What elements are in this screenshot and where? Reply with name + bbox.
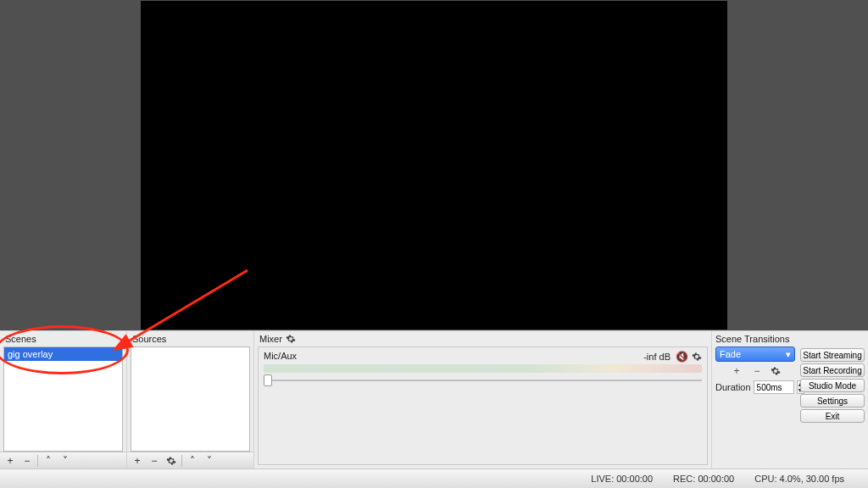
mixer-meter: [264, 364, 702, 373]
mixer-channel-level: -inf dB: [643, 352, 670, 362]
mixer-channel-row: Mic/Aux -inf dB 🔇: [264, 351, 702, 363]
transition-duration-row: Duration ▲▼: [715, 380, 795, 394]
mixer-header: Mixer: [254, 331, 711, 347]
transitions-header: Scene Transitions: [715, 331, 795, 347]
sources-move-up-button[interactable]: ˄: [184, 453, 201, 469]
duration-label: Duration: [715, 382, 751, 392]
exit-button[interactable]: Exit: [800, 409, 865, 423]
sources-list[interactable]: [131, 347, 250, 452]
studio-mode-button[interactable]: Studio Mode: [800, 379, 865, 392]
settings-button[interactable]: Settings: [800, 394, 865, 408]
start-streaming-button[interactable]: Start Streaming: [800, 348, 865, 362]
mixer-panel: Mixer Mic/Aux -inf dB 🔇: [254, 331, 712, 469]
scenes-list[interactable]: gig overlay: [3, 347, 123, 452]
sources-add-button[interactable]: +: [129, 453, 146, 469]
separator: [181, 455, 182, 467]
status-rec: REC: 00:00:00: [673, 474, 734, 484]
mixer-channel-name: Mic/Aux: [264, 351, 297, 363]
gear-icon: [166, 456, 176, 466]
scenes-header: Scenes: [0, 331, 126, 347]
sources-move-down-button[interactable]: ˅: [201, 453, 218, 469]
panels-row: Scenes gig overlay + − ˄ ˅ Sources + − ˄…: [0, 330, 868, 469]
scenes-move-down-button[interactable]: ˅: [57, 453, 74, 469]
status-live: LIVE: 00:00:00: [591, 474, 653, 484]
channel-settings-icon[interactable]: [692, 352, 702, 362]
sources-properties-button[interactable]: [163, 453, 180, 469]
status-cpu: CPU: 4.0%, 30.00 fps: [754, 474, 844, 484]
sources-header: Sources: [127, 331, 253, 347]
transition-remove-button[interactable]: −: [750, 364, 764, 378]
mixer-volume-knob[interactable]: [264, 374, 272, 386]
transitions-panel: Scene Transitions Fade ▾ + − Duration ▲▼: [712, 331, 798, 469]
chevron-down-icon: ▾: [786, 349, 791, 360]
scenes-toolbar: + − ˄ ˅: [0, 452, 126, 469]
transition-selected-label: Fade: [720, 349, 741, 359]
scene-item-gig-overlay[interactable]: gig overlay: [4, 347, 122, 361]
mixer-settings-icon[interactable]: [286, 334, 296, 344]
transition-add-button[interactable]: +: [730, 364, 743, 378]
transition-buttons-row: + −: [715, 364, 795, 378]
preview-area: [0, 0, 868, 330]
duration-input[interactable]: [754, 380, 794, 394]
right-panel: Scene Transitions Fade ▾ + − Duration ▲▼…: [712, 331, 868, 469]
sources-toolbar: + − ˄ ˅: [127, 452, 253, 469]
scenes-move-up-button[interactable]: ˄: [40, 453, 57, 469]
scenes-add-button[interactable]: +: [2, 453, 19, 469]
sources-remove-button[interactable]: −: [146, 453, 163, 469]
separator: [37, 455, 38, 467]
transition-select[interactable]: Fade ▾: [715, 347, 795, 362]
mixer-body: Mic/Aux -inf dB 🔇: [258, 347, 708, 465]
controls-panel: Start Streaming Start Recording Studio M…: [798, 331, 868, 469]
transition-settings-icon[interactable]: [771, 366, 781, 376]
mute-icon[interactable]: 🔇: [676, 351, 688, 363]
scenes-remove-button[interactable]: −: [19, 453, 36, 469]
preview-canvas: [141, 1, 727, 330]
mixer-volume-slider[interactable]: [264, 374, 702, 386]
sources-panel: Sources + − ˄ ˅: [127, 331, 254, 469]
start-recording-button[interactable]: Start Recording: [800, 363, 865, 377]
status-bar: LIVE: 00:00:00 REC: 00:00:00 CPU: 4.0%, …: [0, 469, 868, 488]
scenes-panel: Scenes gig overlay + − ˄ ˅: [0, 331, 127, 469]
mixer-title: Mixer: [259, 334, 282, 344]
